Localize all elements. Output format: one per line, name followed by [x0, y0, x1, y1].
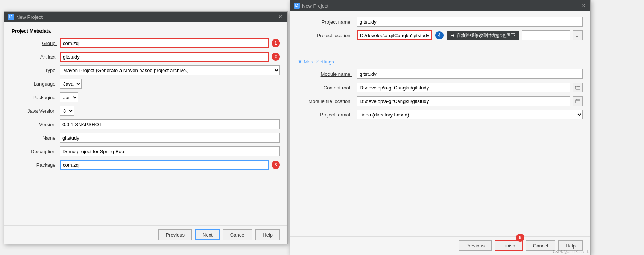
- version-label: Version:: [12, 122, 57, 127]
- java-version-row: Java Version: 8: [12, 106, 280, 116]
- right-dialog-footer: Previous 5 Finish Cancel Help CSDN@aniel…: [290, 236, 590, 255]
- name-row: Name:: [12, 133, 280, 143]
- project-location-input[interactable]: [357, 30, 432, 40]
- right-dialog-titlebar: IJ New Project ×: [290, 0, 590, 11]
- left-dialog-icon: IJ: [8, 14, 14, 20]
- java-version-label: Java Version:: [12, 108, 57, 114]
- artifact-input[interactable]: [60, 52, 269, 62]
- left-previous-button[interactable]: Previous: [158, 229, 192, 240]
- project-location-extra-input[interactable]: [522, 30, 570, 40]
- right-finish-button[interactable]: Finish: [495, 240, 523, 251]
- right-dialog-icon: IJ: [294, 3, 300, 9]
- right-close-button[interactable]: ×: [580, 3, 586, 9]
- watermark: CSDN@aniel52spark: [551, 249, 590, 255]
- language-label: Language:: [12, 81, 57, 87]
- version-row: Version:: [12, 119, 280, 129]
- left-dialog-footer: Previous Next Cancel Help: [4, 225, 287, 244]
- group-badge: 1: [272, 39, 280, 47]
- content-root-input[interactable]: [357, 83, 570, 92]
- package-row: Package: 3: [12, 160, 280, 170]
- java-version-select[interactable]: 8: [60, 106, 74, 116]
- group-input[interactable]: [60, 38, 269, 48]
- right-titlebar-left: IJ New Project: [294, 3, 328, 9]
- package-badge: 3: [272, 161, 280, 169]
- module-file-location-input[interactable]: [357, 96, 570, 106]
- package-label: Package:: [12, 162, 57, 168]
- module-file-location-label: Module file location:: [298, 98, 354, 104]
- tooltip-text: 存放路径修改到本地git仓库下: [456, 33, 515, 38]
- module-name-row: Module name:: [298, 69, 583, 79]
- project-location-browse-button[interactable]: ...: [573, 30, 583, 40]
- left-cancel-button[interactable]: Cancel: [223, 229, 252, 240]
- left-dialog-titlebar: IJ New Project ×: [4, 12, 287, 22]
- type-row: Type: Maven Project (Generate a Maven ba…: [12, 65, 280, 75]
- left-close-button[interactable]: ×: [277, 14, 284, 20]
- name-input[interactable]: [60, 133, 280, 143]
- right-cancel-button[interactable]: Cancel: [526, 240, 555, 251]
- artifact-label: Artifact:: [12, 54, 57, 60]
- module-file-location-row: Module file location:: [298, 96, 583, 106]
- project-name-input[interactable]: [357, 17, 583, 27]
- name-label: Name:: [12, 135, 57, 141]
- content-root-row: Content root:: [298, 83, 583, 92]
- project-format-label: Project format:: [298, 112, 354, 118]
- project-name-label: Project name:: [298, 19, 354, 25]
- right-dialog-title: New Project: [302, 3, 328, 9]
- finish-wrapper: 5 Finish: [495, 240, 523, 251]
- module-name-label: Module name:: [298, 71, 354, 77]
- group-label: Group:: [12, 41, 57, 46]
- project-format-select[interactable]: .idea (directory based): [357, 110, 583, 119]
- description-input[interactable]: [60, 146, 280, 156]
- packaging-row: Packaging: Jar: [12, 92, 280, 102]
- badge-4: 4: [435, 31, 444, 39]
- project-location-row: Project location: 4 ◄存放路径修改到本地git仓库下 ...: [298, 30, 583, 40]
- right-previous-button[interactable]: Previous: [459, 240, 492, 251]
- language-select[interactable]: Java: [60, 79, 82, 89]
- right-dialog-content: Project name: Project location: 4 ◄存放路径修…: [290, 11, 590, 236]
- left-dialog-content: Project Metadata Group: 1 Artifact: 2 Ty…: [4, 22, 287, 225]
- module-file-location-browse-button[interactable]: [573, 96, 583, 106]
- group-row: Group: 1: [12, 38, 280, 48]
- badge-5: 5: [516, 234, 524, 242]
- packaging-label: Packaging:: [12, 95, 57, 100]
- artifact-badge: 2: [272, 53, 280, 61]
- left-dialog: IJ New Project × Project Metadata Group:…: [4, 11, 288, 244]
- artifact-row: Artifact: 2: [12, 52, 280, 62]
- type-label: Type:: [12, 68, 57, 73]
- description-row: Description:: [12, 146, 280, 156]
- module-name-input[interactable]: [357, 69, 583, 79]
- project-format-row: Project format: .idea (directory based): [298, 110, 583, 119]
- more-settings-section: ▼ More Settings Module name: Content roo…: [298, 59, 583, 119]
- package-input[interactable]: [60, 160, 269, 170]
- packaging-select[interactable]: Jar: [60, 92, 78, 102]
- tooltip-arrow: ◄: [450, 33, 455, 38]
- type-select[interactable]: Maven Project (Generate a Maven based pr…: [60, 65, 280, 75]
- left-next-button[interactable]: Next: [195, 229, 220, 240]
- version-input[interactable]: [60, 119, 280, 129]
- project-location-label: Project location:: [298, 33, 354, 38]
- left-titlebar-left: IJ New Project: [8, 14, 43, 20]
- tooltip-box: ◄存放路径修改到本地git仓库下: [447, 31, 519, 40]
- project-name-row: Project name:: [298, 17, 583, 27]
- content-root-browse-button[interactable]: [573, 83, 583, 92]
- more-settings-title[interactable]: ▼ More Settings: [298, 59, 583, 65]
- description-label: Description:: [12, 149, 57, 154]
- left-dialog-title: New Project: [16, 14, 43, 20]
- left-help-button[interactable]: Help: [255, 229, 280, 240]
- language-row: Language: Java: [12, 79, 280, 89]
- section-title: Project Metadata: [12, 28, 280, 34]
- content-root-label: Content root:: [298, 85, 354, 91]
- right-dialog: IJ New Project × Project name: Project l…: [290, 0, 591, 255]
